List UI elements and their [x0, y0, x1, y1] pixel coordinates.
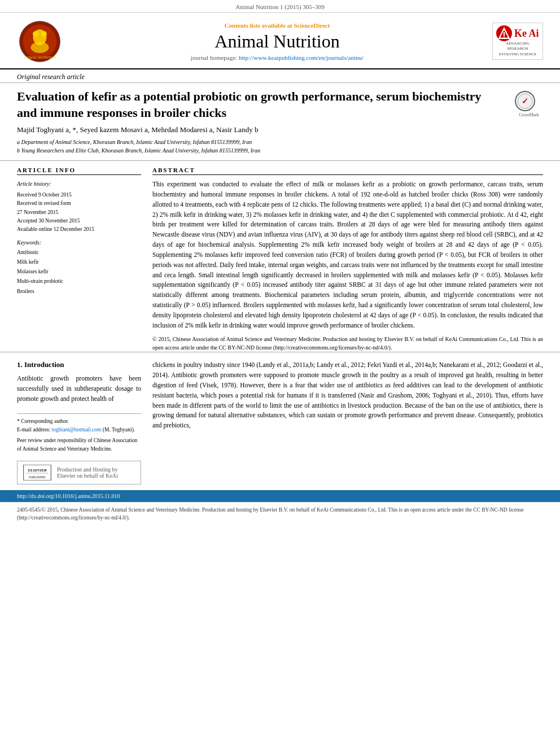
- authors: Majid Toghyani a, *, Seyed kazem Mosavi …: [17, 125, 543, 134]
- article-info-abstract: ARTICLE INFO Article history: Received 9…: [0, 167, 560, 352]
- keyword-item: Milk kefir: [17, 257, 141, 267]
- affiliation-b: b Young Researchers and Elite Club, Khor…: [17, 146, 543, 155]
- svg-point-9: [504, 37, 505, 38]
- keywords-section: Keywords: AntibioticMilk kefirMolasses k…: [17, 239, 141, 296]
- article-type-text: Original research article: [17, 73, 85, 81]
- keai-tagline-1: ADVANCING RESEARCH: [496, 41, 539, 51]
- svg-text:PUBLISHING: PUBLISHING: [29, 475, 46, 478]
- authors-text: Majid Toghyani a, *, Seyed kazem Mosavi …: [17, 125, 258, 134]
- svg-point-3: [30, 42, 49, 53]
- sciencedirect-link: Contents lists available at ScienceDirec…: [62, 22, 492, 29]
- journal-homepage: journal homepage: http://www.keaipublish…: [62, 54, 492, 61]
- email-label: E-mail address:: [17, 427, 50, 433]
- journal-title: Animal Nutrition: [62, 31, 492, 52]
- abstract-heading: ABSTRACT: [152, 167, 543, 175]
- svg-text:ELSEVIER: ELSEVIER: [28, 468, 47, 472]
- keywords-title: Keywords:: [17, 239, 141, 246]
- elsevier-box: ELSEVIER PUBLISHING Production and Hosti…: [17, 461, 141, 484]
- email-link[interactable]: toghiani@hotmail.com: [52, 427, 102, 433]
- article-title: Evaluation of kefir as a potential probi…: [17, 89, 504, 121]
- contents-text: Contents lists available at: [225, 22, 292, 29]
- svg-point-5: [41, 31, 47, 37]
- intro-right-column: chickens in poultry industry since 1940 …: [152, 360, 543, 484]
- email-note: E-mail address: toghiani@hotmail.com (M.…: [17, 426, 141, 434]
- journal-ref-text: Animal Nutrition 1 (2015) 305–309: [235, 3, 325, 10]
- abstract-column: ABSTRACT This experiment was conducted t…: [152, 167, 543, 352]
- intro-left-text: Antibiotic growth promoters have been su…: [17, 374, 141, 404]
- corresponding-note: * Corresponding author.: [17, 417, 141, 426]
- article-type: Original research article: [0, 69, 560, 83]
- keai-logo-container: Ke Ai ADVANCING RESEARCH EVOLVING SCIENC…: [492, 23, 543, 59]
- affiliation-a: a Department of Animal Science, Khorasan…: [17, 138, 543, 146]
- author-affiliations: a Department of Animal Science, Khorasan…: [17, 138, 543, 155]
- received-revised-label: Received in revised form: [17, 199, 141, 208]
- crossmark-icon: ✓: [515, 91, 535, 111]
- intro-title-text: Introduction: [24, 360, 64, 369]
- keyword-item: Molasses kefir: [17, 267, 141, 277]
- keyword-item: Multi-strain probiotic: [17, 277, 141, 286]
- peer-review-note: Peer review under responsibility of Chin…: [17, 436, 141, 453]
- keyword-item: Broilers: [17, 287, 141, 296]
- crossmark-label: CrossMark: [515, 112, 543, 117]
- received-date: Received 9 October 2015: [17, 191, 141, 199]
- elsevier-text: Production and Hosting by Elsevier on be…: [57, 466, 135, 479]
- homepage-url[interactable]: http://www.keaipublishing.com/en/journal…: [239, 54, 364, 61]
- crossmark-container: ✓ CrossMark: [515, 91, 543, 117]
- journal-header: ANIMAL NUTRITION Contents lists availabl…: [0, 13, 560, 69]
- keai-logo: Ke Ai ADVANCING RESEARCH EVOLVING SCIENC…: [492, 23, 543, 59]
- svg-point-4: [33, 31, 38, 37]
- journal-left-logo: ANIMAL NUTRITION: [17, 19, 62, 64]
- elsevier-logo: ELSEVIER PUBLISHING: [23, 465, 51, 480]
- footnotes: * Corresponding author. E-mail address: …: [17, 413, 141, 454]
- copyright-text: © 2015, Chinese Association of Animal Sc…: [152, 335, 543, 352]
- doi-link[interactable]: http://dx.doi.org/10.1016/j.aninu.2015.1…: [17, 493, 120, 499]
- keywords-list: AntibioticMilk kefirMolasses kefirMulti-…: [17, 248, 141, 296]
- svg-text:✓: ✓: [522, 97, 528, 106]
- keai-tagline-2: EVOLVING SCIENCE: [496, 52, 539, 57]
- sciencedirect-name: ScienceDirect: [294, 22, 330, 29]
- keai-brand: Ke Ai: [514, 28, 539, 40]
- journal-header-center: Contents lists available at ScienceDirec…: [62, 22, 492, 61]
- article-info-column: ARTICLE INFO Article history: Received 9…: [17, 167, 141, 352]
- available-date: Available online 12 December 2015: [17, 225, 141, 234]
- introduction-section: 1. Introduction Antibiotic growth promot…: [0, 352, 560, 490]
- svg-text:ANIMAL NUTRITION: ANIMAL NUTRITION: [23, 56, 56, 59]
- abstract-text: This experiment was conducted to evaluat…: [152, 180, 543, 330]
- accepted-date: Accepted 30 November 2015: [17, 217, 141, 225]
- intro-number: 1.: [17, 360, 23, 369]
- article-history: Article history: Received 9 October 2015…: [17, 180, 141, 234]
- article-main: Evaluation of kefir as a potential probi…: [0, 83, 560, 161]
- history-title: Article history:: [17, 180, 141, 189]
- article-info-heading: ARTICLE INFO: [17, 167, 141, 175]
- article-title-row: Evaluation of kefir as a potential probi…: [17, 89, 543, 121]
- footer-text: 2405-6545/© 2015, Chinese Association of…: [17, 507, 523, 521]
- intro-title: 1. Introduction: [17, 360, 141, 369]
- footer-license: 2405-6545/© 2015, Chinese Association of…: [0, 502, 560, 526]
- revised-date: 27 November 2015: [17, 208, 141, 217]
- intro-right-text: chickens in poultry industry since 1940 …: [152, 360, 543, 431]
- journal-reference: Animal Nutrition 1 (2015) 305–309: [0, 0, 560, 13]
- copyright-main: © 2015, Chinese Association of Animal Sc…: [152, 336, 543, 351]
- intro-left-column: 1. Introduction Antibiotic growth promot…: [17, 360, 141, 484]
- email-author: (M. Toghyani).: [103, 427, 135, 433]
- doi-bar: http://dx.doi.org/10.1016/j.aninu.2015.1…: [0, 490, 560, 502]
- homepage-prefix: journal homepage:: [191, 54, 237, 61]
- keyword-item: Antibiotic: [17, 248, 141, 257]
